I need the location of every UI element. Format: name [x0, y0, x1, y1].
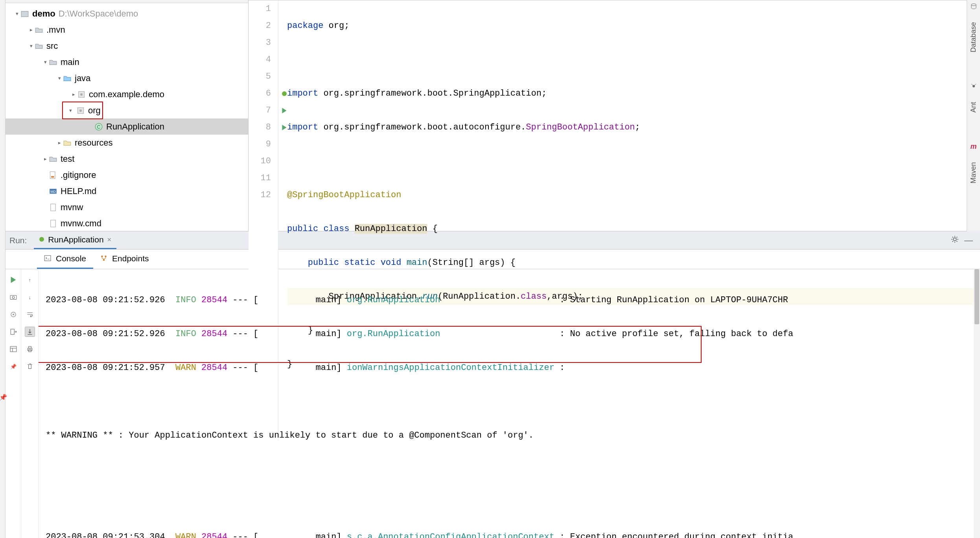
svg-point-14	[971, 4, 976, 6]
console-tab[interactable]: Console	[37, 250, 93, 269]
console-scrollbar[interactable]	[974, 269, 980, 538]
chevron-right-icon[interactable]: ▸	[42, 151, 49, 167]
maven-icon[interactable]: m	[970, 142, 978, 150]
chevron-down-icon[interactable]: ▾	[56, 70, 63, 86]
chevron-down-icon[interactable]: ▾	[64, 102, 76, 118]
tree-src[interactable]: ▾ src	[6, 38, 248, 54]
line-number: 4	[249, 51, 271, 68]
print-icon[interactable]	[25, 344, 35, 354]
code-token: {	[427, 224, 437, 234]
ant-label[interactable]: Ant	[969, 102, 978, 113]
trash-icon[interactable]	[25, 361, 35, 372]
code-token: main	[407, 258, 427, 268]
tree-help[interactable]: MD HELP.md	[6, 183, 248, 199]
run-button[interactable]	[8, 275, 18, 285]
folder-icon	[49, 58, 57, 67]
chevron-down-icon[interactable]: ▾	[28, 38, 35, 54]
svg-text:MD: MD	[50, 189, 56, 193]
svg-line-16	[971, 84, 973, 85]
log-line: 2023-08-08 09:21:52.926 INFO 28544 --- […	[46, 292, 976, 309]
svg-point-23	[103, 259, 105, 261]
line-number: 1	[249, 0, 271, 17]
database-icon[interactable]	[970, 2, 978, 10]
svg-rect-12	[51, 220, 56, 227]
line-number: 8	[249, 119, 271, 136]
tree-java[interactable]: ▾ java	[6, 70, 248, 86]
package-icon	[76, 106, 85, 115]
run-toolbar-secondary: ↑ ↓	[21, 269, 39, 538]
chevron-right-icon[interactable]: ▸	[70, 86, 77, 102]
exit-icon[interactable]	[8, 327, 18, 337]
scroll-to-end-icon[interactable]	[25, 327, 35, 337]
pin-icon[interactable]: 📌	[0, 394, 7, 401]
code-token: void	[381, 258, 402, 268]
pin-icon[interactable]: 📌	[8, 361, 18, 372]
line-number: 10	[249, 153, 271, 170]
java-class-icon: C	[94, 122, 103, 131]
console-icon	[44, 255, 52, 263]
code-token: RunApplication	[355, 224, 427, 234]
layout-icon[interactable]	[8, 344, 18, 354]
chevron-right-icon[interactable]: ▸	[28, 22, 35, 38]
folder-icon	[35, 42, 43, 50]
scrollbar-thumb[interactable]	[974, 269, 979, 324]
endpoints-tab[interactable]: Endpoints	[93, 250, 156, 269]
svg-point-25	[12, 296, 15, 299]
log-line: 2023-08-08 09:21:53.304 WARN 28544 --- […	[46, 529, 976, 538]
scroll-down-icon[interactable]: ↓	[25, 292, 35, 302]
right-tool-strip: Database Ant m Maven	[967, 0, 980, 231]
log-warning-line: ** WARNING ** : Your ApplicationContext …	[46, 427, 976, 444]
tree-mvnw[interactable]: mvnw	[6, 199, 248, 215]
file-icon	[49, 203, 57, 212]
console-output[interactable]: 2023-08-08 09:21:52.926 INFO 28544 --- […	[39, 269, 980, 538]
ant-icon[interactable]	[970, 82, 978, 90]
chevron-down-icon[interactable]: ▾	[13, 6, 20, 22]
close-icon[interactable]: ✕	[107, 237, 112, 243]
tree-root[interactable]: ▾ demo D:\WorkSpace\demo	[6, 6, 248, 22]
svg-rect-28	[11, 329, 14, 335]
tree-mvnwcmd[interactable]: mvnw.cmd	[6, 215, 248, 231]
tree-resources[interactable]: ▸ resources	[6, 135, 248, 151]
chevron-down-icon[interactable]: ▾	[42, 54, 49, 70]
soft-wrap-icon[interactable]	[25, 309, 35, 320]
tree-runapplication[interactable]: C RunApplication	[6, 118, 248, 135]
folder-icon	[49, 155, 57, 163]
console-tab-label: Console	[56, 254, 86, 263]
warning-highlight-box	[39, 326, 702, 363]
run-toolbar-primary: 📌	[6, 269, 21, 538]
line-number: 5	[249, 68, 271, 85]
tree-main[interactable]: ▾ main	[6, 54, 248, 70]
svg-point-18	[39, 237, 44, 242]
database-label[interactable]: Database	[969, 22, 978, 52]
svg-point-27	[13, 314, 14, 315]
tree-pkg-org[interactable]: ▾ org	[6, 102, 248, 118]
left-tool-strip: 📌	[0, 0, 6, 538]
package-icon	[77, 90, 86, 99]
project-tree[interactable]: ▾ demo D:\WorkSpace\demo ▸ .mvn ▾ src ▾	[6, 3, 248, 231]
svg-rect-29	[10, 346, 17, 352]
run-config-tab[interactable]: RunApplication ✕	[34, 231, 116, 249]
gitignore-icon	[49, 171, 57, 179]
tree-pkg-demo[interactable]: ▸ com.example.demo	[6, 86, 248, 102]
chevron-right-icon[interactable]: ▸	[56, 135, 63, 151]
stop-icon[interactable]	[8, 309, 18, 320]
svg-line-17	[974, 84, 976, 85]
spring-icon	[39, 235, 45, 244]
org-highlight-box: ▾ org	[62, 102, 103, 119]
code-token: ;	[635, 122, 640, 132]
svg-rect-33	[28, 346, 31, 348]
scroll-up-icon[interactable]: ↑	[25, 275, 35, 285]
source-folder-icon	[63, 74, 72, 83]
svg-point-4	[79, 109, 82, 111]
code-token: public	[308, 258, 339, 268]
svg-text:C: C	[97, 124, 100, 130]
tree-test[interactable]: ▸ test	[6, 151, 248, 167]
svg-rect-8	[51, 176, 54, 177]
camera-icon[interactable]	[8, 292, 18, 302]
svg-rect-0	[21, 11, 28, 17]
svg-rect-24	[10, 296, 17, 300]
tree-mvn[interactable]: ▸ .mvn	[6, 22, 248, 38]
tree-gitignore[interactable]: .gitignore	[6, 167, 248, 183]
maven-label[interactable]: Maven	[969, 162, 978, 183]
project-header	[6, 0, 248, 3]
